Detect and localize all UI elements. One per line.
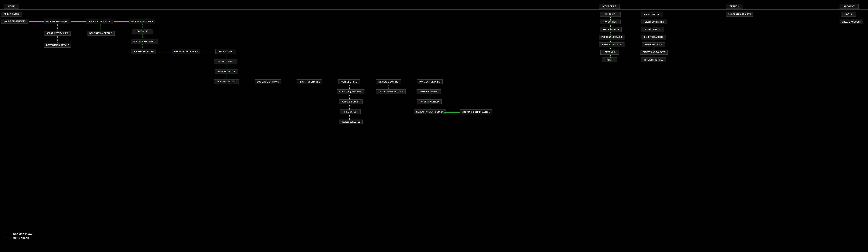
solar-system-view-node[interactable]: SOLAR SYSTEM VIEW — [44, 31, 71, 36]
flight-dates-node[interactable]: FLIGHT DATES — [1, 12, 22, 17]
edit-booking-details-node[interactable]: EDIT BOOKING DETAILS — [376, 89, 406, 94]
home-node[interactable]: HOME — [4, 4, 19, 9]
who-is-booking-node[interactable]: WHO IS BOOKING — [416, 89, 441, 94]
no-of-passengers-node[interactable]: NO. OF PASSENGERS — [1, 19, 28, 24]
destination-details-1-node[interactable]: DESTINATION DETAILS — [44, 43, 71, 48]
account-node[interactable]: ACCOUNT — [840, 4, 859, 9]
flight-detail-node[interactable]: FLIGHT DETAIL — [641, 12, 663, 17]
review-selected-1-node[interactable]: REVIEW SELECTED — [131, 49, 156, 54]
payment-details-profile-node[interactable]: PAYMENT DETAILS — [599, 42, 624, 47]
pick-flight-times-node[interactable]: PICK FLIGHT TIMES — [129, 19, 155, 24]
luggage-options-node[interactable]: LUGGAGE OPTIONS — [255, 79, 281, 84]
flight-boarding-node[interactable]: FLIGHT BOARDING — [642, 35, 666, 39]
outbound-node[interactable]: OUTBOUND — [132, 29, 153, 34]
passenger-details-node[interactable]: PASSENGER DETAILS — [172, 49, 200, 54]
suggested-results-node[interactable]: SUGGESTED RESULTS — [726, 12, 753, 17]
pick-seats-node[interactable]: PICK SEATS — [216, 49, 236, 54]
booking-flow-line — [4, 234, 11, 234]
review-selected-2-node[interactable]: REVIEW SELECTED — [214, 79, 239, 84]
payment-method-node[interactable]: PAYMENT METHOD — [417, 100, 441, 104]
settings-node[interactable]: SETTINGS — [600, 50, 619, 55]
spacex-points-node[interactable]: SPACEX POINTS — [600, 27, 622, 32]
review-booking-node[interactable]: REVIEW BOOKING — [376, 79, 401, 84]
inbound-optional-node[interactable]: INBOUND (OPTIONAL) — [131, 39, 158, 44]
vehicles-optional-node[interactable]: VEHICLES (OPTIONAL) — [337, 89, 365, 94]
pick-destination-node[interactable]: PICK DESTINATION — [43, 19, 70, 24]
flight-confirmed-node[interactable]: FLIGHT CONFIRMED — [641, 20, 667, 24]
flight-upgrades-node[interactable]: FLIGHT UPGRADES — [297, 79, 322, 84]
search-node[interactable]: SEARCH — [726, 4, 743, 9]
in-flight-details-node[interactable]: IN-FLIGHT DETAILS — [641, 57, 666, 62]
payment-details-main-node[interactable]: PAYMENT DETAILS — [417, 79, 442, 84]
my-profile-node[interactable]: MY PROFILE — [599, 4, 620, 9]
destination-details-launch-node[interactable]: DESTINATION DETAILS — [87, 31, 115, 36]
core-areas-label: CORE AREAS — [13, 237, 29, 239]
review-selected-3-node[interactable]: REVIEW SELECTED — [339, 119, 363, 124]
booking-flow-label: BOOKING FLOW — [13, 233, 32, 235]
personal-details-node[interactable]: PERSONAL DETAILS — [599, 35, 624, 39]
directions-to-gate-node[interactable]: DIRECTIONS TO GATE — [640, 50, 668, 55]
vehicle-details-node[interactable]: VEHICLE DETAILS — [339, 100, 363, 104]
hire-dates-node[interactable]: HIRE DATES — [340, 110, 361, 114]
my-trips-node[interactable]: MY TRIPS — [600, 12, 621, 17]
boarding-pass-node[interactable]: BOARDING PASS — [642, 42, 665, 47]
core-areas-line — [4, 238, 11, 238]
booking-confirmation-node[interactable]: BOOKING CONFIRMATION — [460, 110, 492, 114]
log-in-node[interactable]: LOG IN — [841, 12, 856, 17]
help-node[interactable]: HELP — [602, 57, 617, 62]
review-payment-details-node[interactable]: REVIEW PAYMENT DETAILS — [414, 110, 446, 114]
create-account-node[interactable]: CREATE ACCOUNT — [840, 20, 863, 24]
flight-tiers-node[interactable]: FLIGHT TIERS — [214, 59, 237, 64]
pick-launch-site-node[interactable]: PICK LAUNCH SITE — [86, 19, 113, 24]
vehicle-hire-node[interactable]: VEHICLE HIRE — [338, 79, 360, 84]
seat-selector-node[interactable]: SEAT SELECTOR — [215, 69, 238, 74]
legend: BOOKING FLOW CORE AREAS — [4, 233, 32, 241]
flight-ready-node[interactable]: FLIGHT READY — [642, 27, 664, 32]
